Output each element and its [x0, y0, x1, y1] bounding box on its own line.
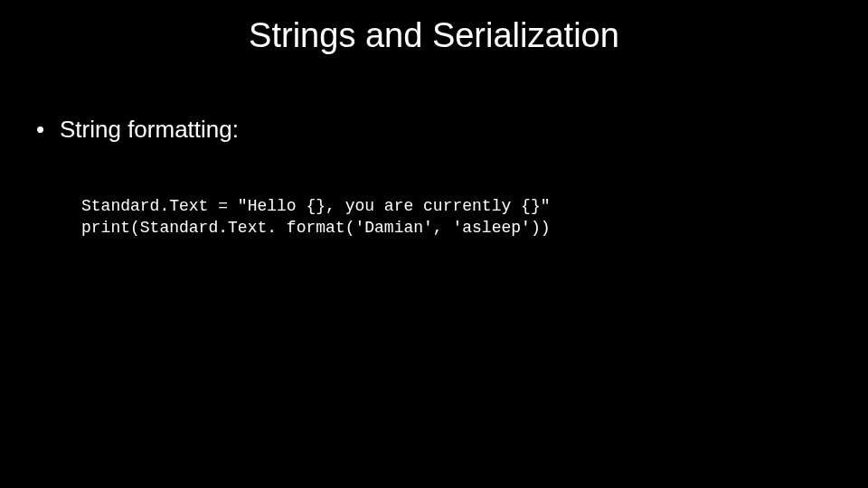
slide-title: Strings and Serialization — [0, 16, 868, 55]
code-block: Standard.Text = "Hello {}, you are curre… — [81, 195, 832, 239]
bullet-text: String formatting: — [60, 116, 239, 144]
code-line-2: print(Standard.Text. format('Damian', 'a… — [81, 219, 550, 237]
bullet-item: • String formatting: — [36, 116, 832, 144]
code-line-1: Standard.Text = "Hello {}, you are curre… — [81, 197, 550, 215]
slide: Strings and Serialization • String forma… — [0, 0, 868, 488]
slide-body: • String formatting: — [36, 116, 832, 144]
bullet-marker: • — [36, 116, 60, 144]
